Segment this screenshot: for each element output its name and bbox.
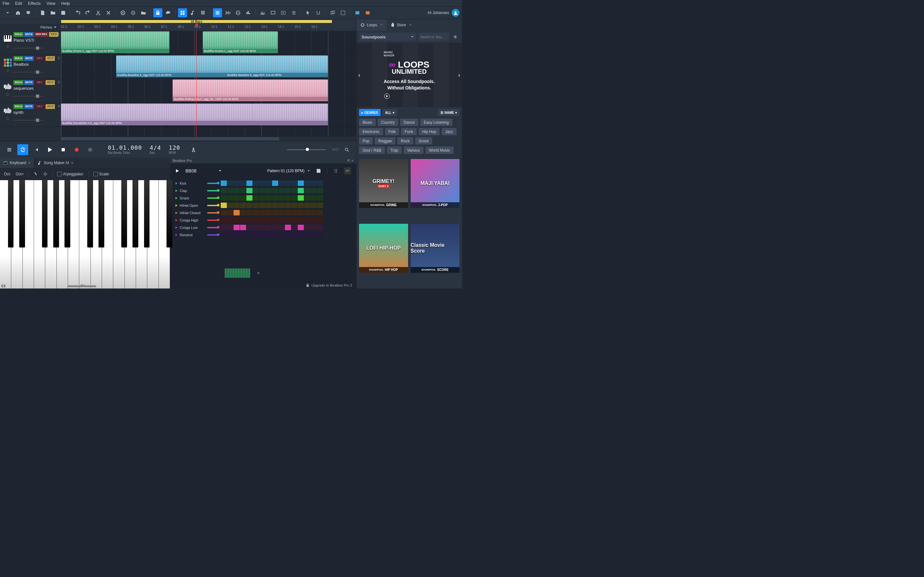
step-cell[interactable] xyxy=(266,210,272,215)
grid-view-icon[interactable] xyxy=(178,8,187,17)
open-folder-icon[interactable] xyxy=(48,8,57,17)
step-cell[interactable] xyxy=(240,181,246,186)
step-cell[interactable] xyxy=(253,225,259,230)
row-play-icon[interactable] xyxy=(175,211,178,214)
black-key[interactable] xyxy=(65,180,70,247)
step-cell[interactable] xyxy=(240,195,246,201)
audio-clip[interactable]: Buddha Rolling Seq 6_ogg_00...HDP 115.00… xyxy=(173,79,328,101)
matrix-view-icon[interactable] xyxy=(199,8,208,17)
new-file-icon[interactable] xyxy=(38,8,47,17)
cloud-icon[interactable] xyxy=(164,8,173,17)
dropdown-icon[interactable] xyxy=(3,8,12,17)
step-cell[interactable] xyxy=(285,195,291,201)
close-icon[interactable]: × xyxy=(409,23,411,27)
close-icon[interactable]: × xyxy=(352,159,354,163)
step-cell[interactable] xyxy=(272,188,278,193)
step-cell[interactable] xyxy=(310,188,317,193)
metronome-icon[interactable] xyxy=(188,144,199,155)
step-cell[interactable] xyxy=(285,232,291,237)
step-cell[interactable] xyxy=(317,195,323,201)
step-cell[interactable] xyxy=(259,195,265,201)
upgrade-link[interactable]: Upgrade to Beatbox Pro 2 xyxy=(170,282,356,288)
step-cell[interactable] xyxy=(285,181,291,186)
undo-icon[interactable] xyxy=(73,8,82,17)
panel-settings-icon[interactable] xyxy=(451,33,459,41)
pin-icon[interactable]: ⇱ xyxy=(347,159,351,163)
sustain-icon[interactable] xyxy=(33,171,38,177)
save-pattern-icon[interactable] xyxy=(316,168,321,173)
audio-clip[interactable]: Buddha Earcatcher A 6_ogg.HDP 115.00 BPM xyxy=(61,103,253,125)
step-cell[interactable] xyxy=(304,218,310,223)
genre-chip[interactable]: Score xyxy=(415,137,432,145)
step-cell[interactable] xyxy=(221,195,227,201)
audio-clip[interactable]: Buddha Bassline 6_ogg.HDP 115.00 BPM xyxy=(226,55,328,77)
step-cell[interactable] xyxy=(259,188,265,193)
step-cell[interactable] xyxy=(253,181,259,186)
list-icon[interactable] xyxy=(289,8,298,17)
close-icon[interactable]: × xyxy=(381,23,383,27)
genre-chip[interactable]: Soul / R&B xyxy=(359,147,385,154)
tab-loops[interactable]: Loops × xyxy=(357,19,387,31)
gear-icon[interactable] xyxy=(24,8,33,17)
audio-clip[interactable]: Buddha Drums A_ogg.HDP 115.00 BPM xyxy=(61,31,170,53)
step-cell[interactable] xyxy=(310,225,317,230)
save-icon[interactable] xyxy=(59,8,68,17)
row-play-icon[interactable] xyxy=(175,219,178,221)
step-cell[interactable] xyxy=(310,181,317,186)
menu-help[interactable]: Help xyxy=(61,1,70,6)
filter-all[interactable]: ALL ▾ xyxy=(383,109,397,116)
black-key[interactable] xyxy=(99,180,104,247)
screen-icon[interactable] xyxy=(268,8,278,17)
snap-icon[interactable] xyxy=(314,8,323,17)
row-play-icon[interactable] xyxy=(175,234,178,236)
timesig-display[interactable]: 4/4 xyxy=(150,144,162,151)
step-cell[interactable] xyxy=(234,218,240,223)
lock-icon[interactable] xyxy=(153,8,162,17)
genre-chip[interactable]: Reggae xyxy=(375,137,395,145)
black-key[interactable] xyxy=(87,180,93,247)
row-volume[interactable] xyxy=(207,190,219,191)
search-input[interactable]: Search in: Sou… xyxy=(418,33,449,41)
step-cell[interactable] xyxy=(234,203,240,208)
row-play-icon[interactable] xyxy=(175,182,178,185)
audio-clip[interactable]: Buddha Drums A_ogg.HDP 115.00 BPM xyxy=(203,31,278,53)
step-cell[interactable] xyxy=(304,225,310,230)
step-cell[interactable] xyxy=(298,195,304,201)
step-cell[interactable] xyxy=(266,188,272,193)
soundpool-pack[interactable]: Classic Movie ScoreSOUNDPOOL SCORE xyxy=(411,224,460,273)
step-cell[interactable] xyxy=(298,218,304,223)
step-cell[interactable] xyxy=(259,218,265,223)
step-cell[interactable] xyxy=(285,210,291,215)
step-cell[interactable] xyxy=(291,195,297,201)
genre-chip[interactable]: Dance xyxy=(400,119,418,126)
menu-view[interactable]: View xyxy=(47,1,55,6)
step-cell[interactable] xyxy=(291,225,297,230)
step-cell[interactable] xyxy=(234,210,240,215)
stop-button[interactable] xyxy=(58,144,69,155)
row-play-icon[interactable] xyxy=(175,204,178,207)
black-key[interactable] xyxy=(19,180,25,247)
step-cell[interactable] xyxy=(234,188,240,193)
keyboard-scroll[interactable] xyxy=(67,285,96,287)
genre-chip[interactable]: Hip Hop xyxy=(419,128,439,135)
step-cell[interactable] xyxy=(285,203,291,208)
step-cell[interactable] xyxy=(291,181,297,186)
fx-icon[interactable]: FX xyxy=(234,8,242,17)
step-cell[interactable] xyxy=(246,225,252,230)
step-cell[interactable] xyxy=(266,232,272,237)
zoom-slider[interactable] xyxy=(287,149,326,150)
soundpool-pack[interactable]: MAJI YABAISOUNDPOOL J-POP xyxy=(411,159,460,208)
search-icon[interactable] xyxy=(341,144,352,155)
step-cell[interactable] xyxy=(310,218,317,223)
promo-banner[interactable]: ‹ › MUSICMAKER ∞ LOOPS UNLIMITED Access … xyxy=(357,43,462,107)
step-cell[interactable] xyxy=(221,203,227,208)
step-cell[interactable] xyxy=(310,232,317,237)
tab-songmaker[interactable]: Song Maker AI × xyxy=(34,158,78,168)
rewind-button[interactable] xyxy=(31,144,42,155)
step-cell[interactable] xyxy=(304,203,310,208)
black-key[interactable] xyxy=(8,180,13,247)
step-cell[interactable] xyxy=(246,203,252,208)
step-cell[interactable] xyxy=(317,210,323,215)
mastering-icon[interactable] xyxy=(244,8,253,17)
step-cell[interactable] xyxy=(246,188,252,193)
